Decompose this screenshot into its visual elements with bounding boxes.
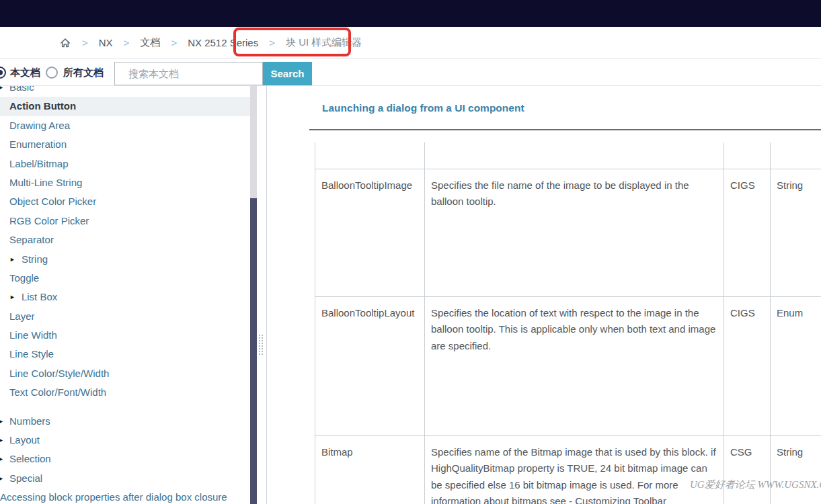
table-row: Bitmap Specifies name of the Bitmap imag… — [315, 435, 821, 504]
property-name-cell: Bitmap — [315, 435, 425, 504]
sidebar-item-label: Drawing Area — [9, 120, 70, 131]
sidebar-item-label: Action Button — [9, 100, 76, 112]
breadcrumb-separator-icon: > — [82, 37, 88, 48]
sidebar-item-label: Layout — [9, 434, 40, 446]
expand-arrow-icon[interactable]: ► — [0, 469, 4, 488]
sidebar-item-label: RGB Color Picker — [9, 215, 89, 226]
sidebar-item-line-width[interactable]: Line Width — [0, 326, 250, 345]
radio-all-docs[interactable] — [46, 67, 58, 79]
sidebar-item-drawing-area[interactable]: Drawing Area — [0, 116, 250, 135]
sidebar-item-label: Enumeration — [9, 138, 67, 150]
breadcrumb-item-docs[interactable]: 文档 — [140, 36, 160, 49]
sidebar-nav: ►Basic Action Button Drawing Area Enumer… — [0, 86, 250, 504]
sidebar-item-string[interactable]: ►String — [0, 250, 250, 269]
sidebar-item-label: List Box — [22, 291, 57, 302]
sidebar-item-numbers[interactable]: ►Numbers — [0, 412, 250, 431]
sidebar-item-layout[interactable]: ►Layout — [0, 431, 250, 450]
property-name-cell — [315, 142, 425, 169]
home-icon[interactable] — [59, 37, 71, 49]
sidebar-item-selection[interactable]: ►Selection — [0, 450, 250, 468]
type-cell: String — [771, 435, 821, 504]
sidebar-item-label: Line Color/Style/Width — [9, 368, 109, 379]
sidebar-item-label: Separator — [9, 234, 54, 245]
sidebar-scrollbar-thumb[interactable] — [250, 198, 257, 504]
sidebar-item-accessing-block-properties[interactable]: Accessing block properties after dialog … — [0, 488, 250, 504]
sidebar-item-rgb-color-picker[interactable]: RGB Color Picker — [0, 212, 250, 230]
sidebar-item-label: Numbers — [9, 415, 50, 427]
sidebar-item-label: Layer — [9, 310, 35, 322]
description-cell: Specifies the file name of the image to … — [425, 169, 724, 296]
sidebar-item-label: Basic — [9, 86, 34, 93]
search-bar: 本文档 所有文档 Search — [0, 59, 821, 86]
sidebar-item-label: Selection — [9, 453, 51, 464]
property-name-cell: BalloonTooltipLayout — [315, 296, 425, 435]
sidebar-item-special[interactable]: ►Special — [0, 469, 250, 488]
sidebar-item-line-style[interactable]: Line Style — [0, 345, 250, 364]
description-cell: Specifies name of the Bitmap image that … — [425, 435, 724, 504]
expand-arrow-icon[interactable]: ► — [0, 450, 4, 468]
panel-resize-handle-icon[interactable] — [258, 334, 264, 355]
breadcrumb-separator-icon: > — [124, 37, 130, 48]
rw-flags-cell: CIGS — [724, 169, 771, 296]
radio-this-doc[interactable] — [0, 67, 6, 79]
breadcrumb-item-block-ui-styler[interactable]: 块 UI 样式编辑器 — [286, 36, 362, 49]
radio-this-doc-label[interactable]: 本文档 — [10, 59, 40, 86]
page-title: Launching a dialog from a UI component — [322, 102, 524, 114]
sidebar-item-label: Special — [9, 472, 42, 484]
description-cell: Specifies the location of text with resp… — [425, 296, 724, 435]
sidebar-item-label: Multi-Line String — [9, 177, 82, 188]
forum-watermark: UG爱好者论坛 WWW.UGSNX.COM — [690, 478, 821, 491]
sidebar-item-object-color-picker[interactable]: Object Color Picker — [0, 192, 250, 211]
table-row: BalloonTooltipImage Specifies the file n… — [315, 169, 821, 296]
sidebar-item-line-color-style-width[interactable]: Line Color/Style/Width — [0, 364, 250, 383]
sidebar-item-label-bitmap[interactable]: Label/Bitmap — [0, 155, 250, 173]
sidebar-item-text-color-font-width[interactable]: Text Color/Font/Width — [0, 383, 250, 402]
app-header-bar — [0, 0, 821, 27]
breadcrumb: > NX > 文档 > NX 2512 Series > 块 UI 样式编辑器 — [0, 27, 821, 59]
radio-all-docs-label[interactable]: 所有文档 — [63, 59, 104, 86]
expand-arrow-icon[interactable]: ► — [9, 288, 15, 306]
sidebar-item-label: Text Color/Font/Width — [9, 386, 106, 398]
table-row — [315, 142, 821, 169]
sidebar-item-label: Accessing block properties after dialog … — [0, 491, 227, 503]
section-divider — [309, 129, 821, 130]
search-button[interactable]: Search — [263, 62, 312, 85]
expand-arrow-icon[interactable]: ► — [0, 412, 4, 431]
sidebar-item-action-button[interactable]: Action Button — [0, 97, 250, 116]
sidebar-item-label: String — [22, 253, 48, 265]
sidebar-item-label: Line Style — [9, 348, 54, 360]
sidebar-item-label: Line Width — [9, 329, 57, 341]
sidebar-item-layer[interactable]: Layer — [0, 307, 250, 326]
sidebar-scrollbar-track[interactable] — [250, 86, 257, 504]
sidebar-item-label: Label/Bitmap — [9, 158, 69, 169]
expand-arrow-icon[interactable]: ► — [9, 250, 15, 269]
sidebar-item-separator[interactable]: Separator — [0, 230, 250, 249]
search-input[interactable] — [114, 62, 263, 85]
description-cell — [425, 142, 724, 169]
sidebar-item-label: Toggle — [9, 272, 39, 284]
sidebar-item-toggle[interactable]: Toggle — [0, 269, 250, 288]
rw-flags-cell: CIGS — [724, 296, 771, 435]
table-row: BalloonTooltipLayout Specifies the locat… — [315, 296, 821, 435]
main-content: Launching a dialog from a UI component B… — [267, 86, 821, 504]
breadcrumb-item-nx[interactable]: NX — [99, 37, 113, 48]
sidebar-item-list-box[interactable]: ►List Box — [0, 288, 250, 306]
sidebar-item-multi-line-string[interactable]: Multi-Line String — [0, 173, 250, 192]
sidebar-item-basic[interactable]: ►Basic — [0, 86, 250, 97]
breadcrumb-item-series[interactable]: NX 2512 Series — [188, 37, 258, 48]
type-cell: Enum — [771, 296, 821, 435]
sidebar-item-enumeration[interactable]: Enumeration — [0, 135, 250, 154]
type-cell: String — [771, 169, 821, 296]
rw-flags-cell: CSG — [724, 435, 771, 504]
rw-flags-cell — [724, 142, 771, 169]
sidebar-item-label: Object Color Picker — [9, 196, 96, 207]
expand-arrow-icon[interactable]: ► — [0, 431, 4, 450]
breadcrumb-separator-icon: > — [171, 37, 177, 48]
properties-table: BalloonTooltipImage Specifies the file n… — [315, 142, 821, 504]
breadcrumb-separator-icon: > — [269, 37, 275, 48]
property-name-cell: BalloonTooltipImage — [315, 169, 425, 296]
type-cell — [771, 142, 821, 169]
expand-arrow-icon[interactable]: ► — [0, 86, 4, 97]
